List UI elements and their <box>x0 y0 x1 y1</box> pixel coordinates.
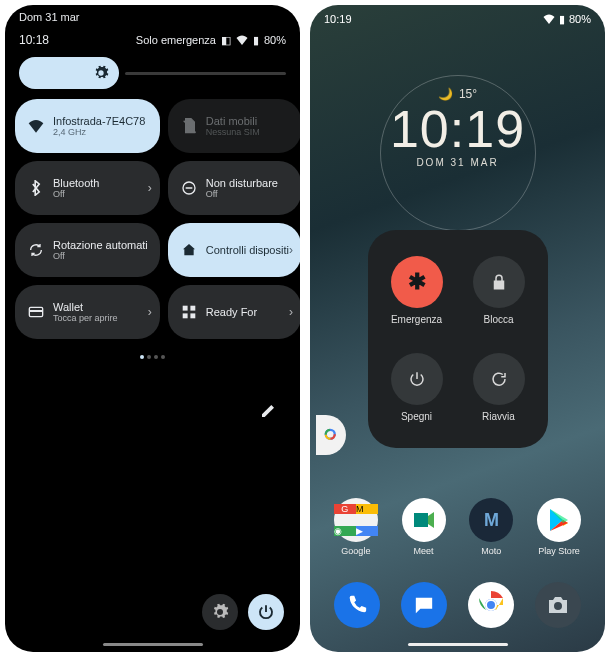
tile-wallet[interactable]: WalletTocca per aprire › <box>15 285 160 339</box>
status-bar: 10:19 ▮ 80% <box>310 5 605 29</box>
qs-header: 10:18 Solo emergenza ◧ ▮80% <box>5 23 300 53</box>
lock-icon <box>491 273 507 291</box>
page-indicator <box>5 339 300 363</box>
dock-phone[interactable] <box>334 582 380 628</box>
qs-tiles: Infostrada-7E4C782,4 GHz Dati mobiliNess… <box>5 99 300 339</box>
tile-title: Controlli dispositi <box>206 244 289 256</box>
chevron-right-icon: › <box>289 305 293 319</box>
temperature: 15° <box>459 87 477 101</box>
battery-icon: ▮ <box>559 13 565 26</box>
network-status: Solo emergenza <box>136 34 216 46</box>
tile-sub: Nessuna SIM <box>206 127 260 137</box>
svg-rect-7 <box>190 313 195 318</box>
wifi-icon <box>27 117 45 135</box>
tile-rotation[interactable]: Rotazione automatiOff <box>15 223 160 277</box>
wifi-icon <box>236 35 248 45</box>
tile-bluetooth[interactable]: BluetoothOff › <box>15 161 160 215</box>
tile-sub: Off <box>206 189 278 199</box>
chevron-right-icon: › <box>289 243 293 257</box>
edit-button[interactable] <box>260 403 276 419</box>
tile-readyfor[interactable]: Ready For › <box>168 285 300 339</box>
home-icon <box>180 241 198 259</box>
tile-title: Infostrada-7E4C78 <box>53 115 145 127</box>
home-indicator[interactable] <box>103 643 203 646</box>
brightness-slider[interactable] <box>5 53 300 99</box>
asterisk-icon: ✱ <box>408 269 426 295</box>
status-date: Dom 31 mar <box>5 5 300 23</box>
tile-title: Wallet <box>53 301 118 313</box>
tile-devicecontrols[interactable]: Controlli dispositi › <box>168 223 300 277</box>
clock: 10:18 <box>19 33 49 47</box>
power-shutdown[interactable]: Spegni <box>378 341 456 434</box>
power-label: Blocca <box>483 314 513 325</box>
phone-powermenu: 10:19 ▮ 80% 🌙15° 10:19 DOM 31 MAR ✱ Emer… <box>310 5 605 652</box>
sim-off-icon <box>180 117 198 135</box>
app-row: GM◉▶ Google Meet M Moto Play Store <box>310 498 605 556</box>
battery-pct: 80% <box>569 13 591 25</box>
dock-messages[interactable] <box>401 582 447 628</box>
tile-title: Non disturbare <box>206 177 278 189</box>
home-indicator[interactable] <box>408 643 508 646</box>
clock-time: 10:19 <box>310 103 605 155</box>
lockscreen-clock: 🌙15° 10:19 DOM 31 MAR <box>310 87 605 168</box>
battery-pct: 80% <box>264 34 286 46</box>
gear-icon <box>93 65 109 81</box>
tile-wifi[interactable]: Infostrada-7E4C782,4 GHz <box>15 99 160 153</box>
tile-dnd[interactable]: Non disturbareOff <box>168 161 300 215</box>
power-label: Emergenza <box>391 314 442 325</box>
power-icon <box>408 370 426 388</box>
app-moto[interactable]: M Moto <box>469 498 513 556</box>
clock-date: DOM 31 MAR <box>310 157 605 168</box>
power-lock[interactable]: Blocca <box>460 244 538 337</box>
power-label: Spegni <box>401 411 432 422</box>
dock-chrome[interactable] <box>468 582 514 628</box>
bottom-actions <box>202 594 284 630</box>
chevron-right-icon: › <box>148 181 152 195</box>
power-button[interactable] <box>248 594 284 630</box>
signal-icon: ◧ <box>221 34 231 47</box>
brightness-thumb[interactable] <box>19 57 119 89</box>
clock: 10:19 <box>324 13 352 25</box>
google-search-edge[interactable] <box>316 415 346 455</box>
tile-sub: Off <box>53 251 148 261</box>
tile-title: Bluetooth <box>53 177 99 189</box>
svg-rect-3 <box>29 310 42 312</box>
phone-quicksettings: Dom 31 mar 10:18 Solo emergenza ◧ ▮80% I… <box>5 5 300 652</box>
rotation-icon <box>27 241 45 259</box>
moon-icon: 🌙 <box>438 87 453 101</box>
app-label: Google <box>341 546 370 556</box>
tile-title: Dati mobili <box>206 115 260 127</box>
restart-icon <box>490 370 508 388</box>
app-playstore[interactable]: Play Store <box>537 498 581 556</box>
settings-button[interactable] <box>202 594 238 630</box>
svg-rect-6 <box>182 313 187 318</box>
battery-icon: ▮ <box>253 34 259 47</box>
power-label: Riavvia <box>482 411 515 422</box>
wifi-icon <box>543 14 555 24</box>
app-label: Play Store <box>538 546 580 556</box>
dock-camera[interactable] <box>535 582 581 628</box>
svg-point-14 <box>486 600 496 610</box>
svg-rect-4 <box>182 306 187 311</box>
power-restart[interactable]: Riavvia <box>460 341 538 434</box>
power-menu: ✱ Emergenza Blocca Spegni Riavvia <box>368 230 548 448</box>
tile-title: Ready For <box>206 306 257 318</box>
app-label: Moto <box>481 546 501 556</box>
app-label: Meet <box>414 546 434 556</box>
app-meet[interactable]: Meet <box>402 498 446 556</box>
tile-sub: Tocca per aprire <box>53 313 118 323</box>
wallet-icon <box>27 303 45 321</box>
tile-title: Rotazione automati <box>53 239 148 251</box>
bluetooth-icon <box>27 179 45 197</box>
tile-sub: Off <box>53 189 99 199</box>
chevron-right-icon: › <box>148 305 152 319</box>
power-emergency[interactable]: ✱ Emergenza <box>378 244 456 337</box>
svg-rect-5 <box>190 306 195 311</box>
tile-sub: 2,4 GHz <box>53 127 145 137</box>
dnd-icon <box>180 179 198 197</box>
grid-icon <box>180 303 198 321</box>
brightness-track[interactable] <box>125 72 286 75</box>
app-google[interactable]: GM◉▶ Google <box>334 498 378 556</box>
dock <box>310 582 605 628</box>
tile-mobiledata[interactable]: Dati mobiliNessuna SIM <box>168 99 300 153</box>
